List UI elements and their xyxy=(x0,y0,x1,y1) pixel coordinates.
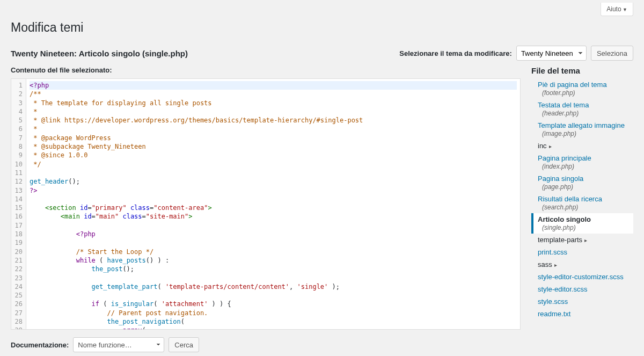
file-link[interactable]: sass xyxy=(538,260,552,268)
file-link[interactable]: template-parts xyxy=(538,236,582,244)
editor-label: Contenuto del file selezionato: xyxy=(11,66,521,74)
file-link[interactable]: readme.txt xyxy=(538,310,570,318)
file-link[interactable]: Pagina principale xyxy=(538,154,591,162)
file-item[interactable]: Pagina principale(index.php) xyxy=(531,152,633,172)
file-item[interactable]: style.scss xyxy=(531,295,633,308)
file-link[interactable]: style-editor.scss xyxy=(538,285,587,293)
file-filename: (image.php) xyxy=(538,130,633,137)
file-filename: (header.php) xyxy=(538,110,633,117)
file-item[interactable]: style-editor-customizer.scss xyxy=(531,271,633,283)
file-filename: (page.php) xyxy=(538,183,633,191)
search-button[interactable]: Cerca xyxy=(169,337,199,352)
files-heading: File del tema xyxy=(531,66,633,75)
file-link[interactable]: Piè di pagina del tema xyxy=(538,81,607,89)
file-link[interactable]: style.scss xyxy=(538,297,568,306)
file-link[interactable]: Articolo singolo xyxy=(538,215,591,223)
file-link[interactable]: Testata del tema xyxy=(538,101,589,109)
help-button[interactable]: Aiuto xyxy=(601,3,633,16)
file-item[interactable]: Risultati della ricerca(search.php) xyxy=(531,193,633,213)
theme-select[interactable]: Twenty Nineteen xyxy=(516,46,587,61)
file-link[interactable]: Risultati della ricerca xyxy=(538,195,602,203)
file-item[interactable]: Pagina singola(page.php) xyxy=(531,172,633,193)
file-link[interactable]: inc xyxy=(538,142,547,150)
file-filename: (index.php) xyxy=(538,163,633,170)
file-item[interactable]: Template allegato immagine(image.php) xyxy=(531,119,633,140)
file-folder[interactable]: template-parts xyxy=(531,234,633,246)
code-area[interactable]: <?php/** * The template for displaying a… xyxy=(26,79,520,329)
file-item[interactable]: Piè di pagina del tema(footer.php) xyxy=(531,78,633,99)
function-select[interactable]: Nome funzione… xyxy=(73,337,164,352)
code-editor[interactable]: 1234567891011121314151617181920212223242… xyxy=(11,78,521,330)
file-item[interactable]: Articolo singolo(single.php) xyxy=(531,213,633,234)
file-filename: (single.php) xyxy=(538,224,633,231)
theme-select-label: Selezionare il tema da modificare: xyxy=(399,49,512,57)
file-link[interactable]: Pagina singola xyxy=(538,175,583,183)
file-link[interactable]: Template allegato immagine xyxy=(538,121,625,129)
line-gutter: 1234567891011121314151617181920212223242… xyxy=(11,79,26,329)
file-item[interactable]: readme.txt xyxy=(531,308,633,320)
file-item[interactable]: Testata del tema(header.php) xyxy=(531,99,633,119)
file-item[interactable]: style-editor.scss xyxy=(531,283,633,295)
select-theme-button[interactable]: Seleziona xyxy=(591,46,633,61)
file-item[interactable]: print.scss xyxy=(531,246,633,258)
file-filename: (search.php) xyxy=(538,204,633,211)
file-folder[interactable]: inc xyxy=(531,140,633,152)
page-title: Modifica temi xyxy=(11,20,633,35)
file-tree: Piè di pagina del tema(footer.php)Testat… xyxy=(531,78,633,320)
documentation-label: Documentazione: xyxy=(11,341,69,349)
file-folder[interactable]: sass xyxy=(531,258,633,271)
file-link[interactable]: print.scss xyxy=(538,248,567,256)
file-filename: (footer.php) xyxy=(538,89,633,97)
current-file-heading: Twenty Nineteen: Articolo singolo (singl… xyxy=(11,49,188,58)
file-link[interactable]: style-editor-customizer.scss xyxy=(538,273,624,281)
